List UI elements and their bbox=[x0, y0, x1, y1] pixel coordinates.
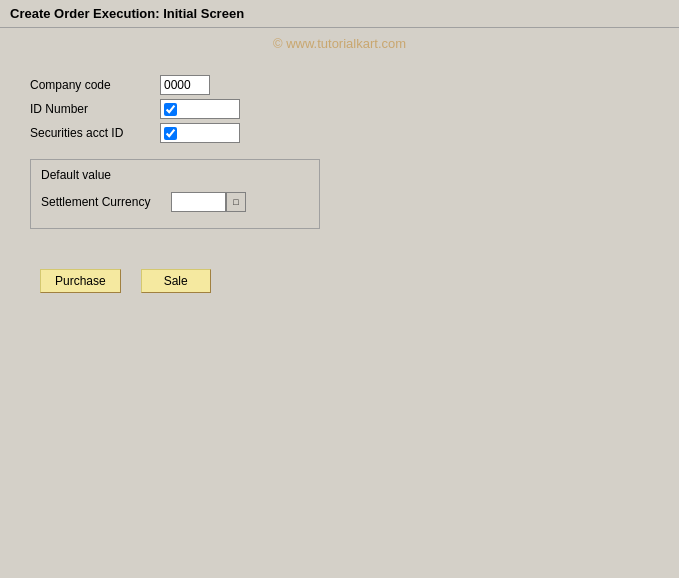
purchase-button[interactable]: Purchase bbox=[40, 269, 121, 293]
currency-lookup-button[interactable]: □ bbox=[226, 192, 246, 212]
securities-acct-label: Securities acct ID bbox=[30, 126, 160, 140]
title-bar: Create Order Execution: Initial Screen bbox=[0, 0, 679, 28]
company-code-label: Company code bbox=[30, 78, 160, 92]
form-section: Company code ID Number Securities acct I… bbox=[30, 75, 649, 143]
settlement-currency-row: Settlement Currency □ bbox=[41, 192, 309, 212]
default-value-group: Default value Settlement Currency □ bbox=[30, 159, 320, 229]
id-number-label: ID Number bbox=[30, 102, 160, 116]
currency-input[interactable] bbox=[171, 192, 226, 212]
id-number-field bbox=[160, 99, 240, 119]
securities-acct-field bbox=[160, 123, 240, 143]
window-title: Create Order Execution: Initial Screen bbox=[10, 6, 244, 21]
id-number-checkbox[interactable] bbox=[164, 103, 177, 116]
content-area: Company code ID Number Securities acct I… bbox=[0, 55, 679, 578]
company-code-input[interactable] bbox=[160, 75, 210, 95]
securities-acct-checkbox[interactable] bbox=[164, 127, 177, 140]
main-window: Create Order Execution: Initial Screen ©… bbox=[0, 0, 679, 578]
settlement-currency-label: Settlement Currency bbox=[41, 195, 171, 209]
securities-acct-row: Securities acct ID bbox=[30, 123, 649, 143]
sale-button[interactable]: Sale bbox=[141, 269, 211, 293]
id-number-row: ID Number bbox=[30, 99, 649, 119]
watermark: © www.tutorialkart.com bbox=[0, 28, 679, 55]
button-row: Purchase Sale bbox=[30, 269, 649, 293]
group-title: Default value bbox=[41, 168, 309, 182]
company-code-row: Company code bbox=[30, 75, 649, 95]
currency-field: □ bbox=[171, 192, 246, 212]
